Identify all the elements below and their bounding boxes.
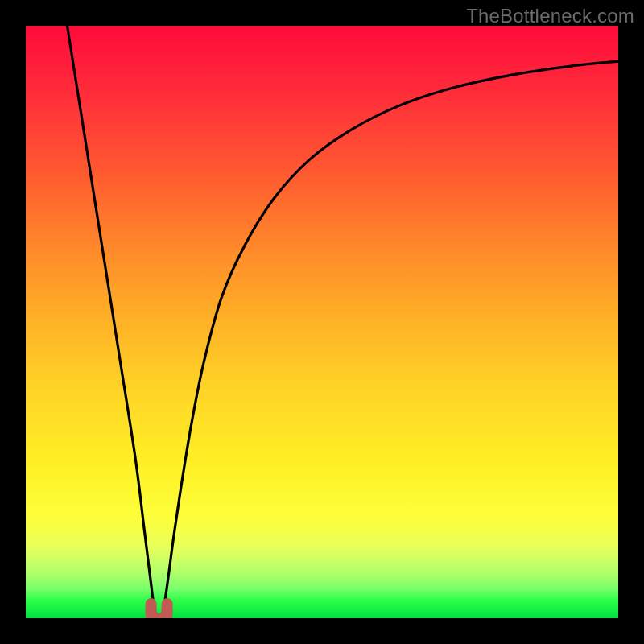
- bottleneck-curve-path: [68, 26, 618, 618]
- watermark-text: TheBottleneck.com: [466, 5, 634, 27]
- bottleneck-curve-svg: [26, 26, 618, 618]
- chart-area: [26, 26, 618, 618]
- optimal-marker: [151, 604, 167, 618]
